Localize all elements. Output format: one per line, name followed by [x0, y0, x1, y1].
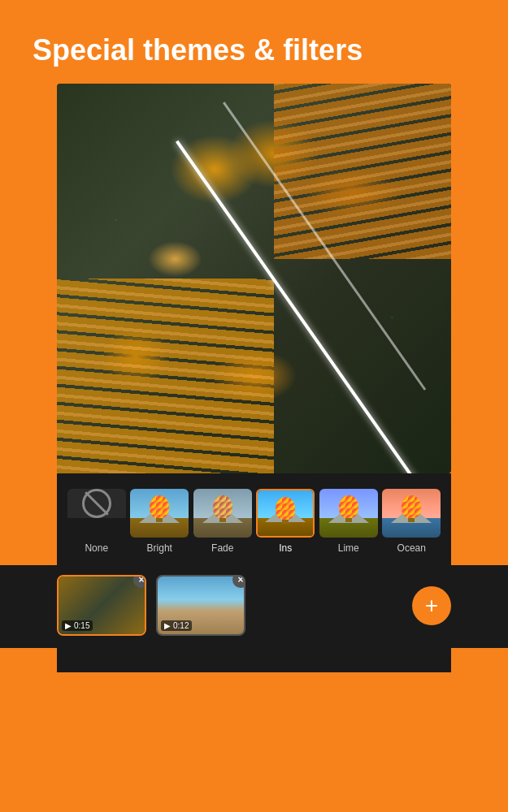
filter-item-fade[interactable]: Fade: [191, 486, 254, 557]
filter-item-bright[interactable]: Bright: [128, 486, 192, 557]
image-preview: [57, 84, 451, 473]
clip-video-icon-1: ▶: [65, 621, 72, 630]
clip-video-icon-2: ▶: [164, 621, 171, 630]
clip-duration-1: ▶ 0:15: [62, 620, 93, 631]
filter-item-lime[interactable]: Lime: [317, 486, 380, 557]
filter-item-ins[interactable]: Ins: [254, 486, 318, 557]
filter-panel: None Bright: [57, 473, 451, 565]
page-title: Special themes & filters: [33, 32, 475, 67]
filter-item-ocean[interactable]: Ocean: [380, 486, 444, 557]
timeline-clip-2[interactable]: × ▶ 0:12: [156, 575, 245, 636]
filter-label-lime: Lime: [338, 542, 359, 554]
filter-label-bright: Bright: [147, 542, 172, 554]
clip-duration-2: ▶ 0:12: [161, 620, 192, 631]
filter-label-fade: Fade: [211, 542, 233, 554]
add-clip-button[interactable]: +: [412, 586, 451, 625]
filter-label-none: None: [85, 542, 108, 554]
timeline-area: × ▶ 0:15 × ▶ 0:12 +: [0, 565, 508, 648]
header-area: Special themes & filters: [0, 0, 508, 84]
filter-item-none[interactable]: None: [65, 486, 128, 557]
filter-label-ins: Ins: [279, 542, 292, 554]
timeline-clip-1[interactable]: × ▶ 0:15: [57, 575, 146, 636]
filter-label-ocean: Ocean: [397, 542, 426, 554]
